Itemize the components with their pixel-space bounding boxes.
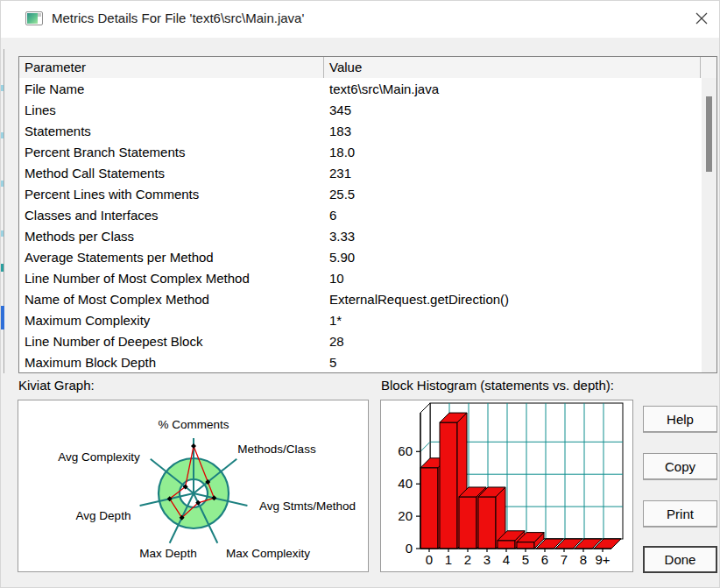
listview-body: File Nametext6\src\Main.javaLines345Stat… xyxy=(19,78,702,372)
y-axis-tick-label: 60 xyxy=(398,443,413,458)
table-row[interactable]: Maximum Complexity1* xyxy=(19,309,702,330)
cell-value: 18.0 xyxy=(324,141,702,162)
cell-parameter: Percent Lines with Comments xyxy=(19,183,324,204)
x-axis-tick-label: 0 xyxy=(426,552,433,567)
table-row[interactable]: Maximum Block Depth5 xyxy=(19,351,702,372)
x-axis-tick-label: 6 xyxy=(541,552,548,567)
cell-parameter: Lines xyxy=(19,99,324,120)
x-axis-tick-label: 9+ xyxy=(595,552,610,567)
kiviat-graph-label: Kiviat Graph: xyxy=(18,378,95,393)
background-window-sliver xyxy=(4,49,4,373)
scrollbar-thumb[interactable] xyxy=(706,96,712,172)
cell-value: text6\src\Main.java xyxy=(324,78,702,99)
listview-header: Parameter Value xyxy=(19,57,716,78)
help-button[interactable]: Help xyxy=(643,406,717,432)
cell-parameter: Method Call Statements xyxy=(19,162,324,183)
table-row[interactable]: Name of Most Complex MethodExternalReque… xyxy=(19,288,702,309)
background-window-sliver xyxy=(1,85,4,91)
close-icon xyxy=(695,11,709,25)
x-axis-tick-label: 5 xyxy=(522,552,529,567)
y-axis-tick-label: 40 xyxy=(398,476,413,491)
table-row[interactable]: Percent Branch Statements18.0 xyxy=(19,141,702,162)
table-row[interactable]: Method Call Statements231 xyxy=(19,162,702,183)
kiviat-graph-panel: % CommentsMethods/ClassAvg Stmts/MethodM… xyxy=(18,400,369,572)
cell-value: 1* xyxy=(324,309,702,330)
cell-value: 5 xyxy=(324,351,702,372)
x-axis-tick-label: 3 xyxy=(484,552,491,567)
table-row[interactable]: Methods per Class3.33 xyxy=(19,225,702,246)
table-row[interactable]: Lines345 xyxy=(19,99,702,120)
cell-parameter: Line Number of Deepest Block xyxy=(19,330,324,351)
background-window-sliver xyxy=(1,264,4,272)
cell-parameter: Average Statements per Method xyxy=(19,246,324,267)
cell-parameter: Statements xyxy=(19,120,324,141)
metrics-listview: Parameter Value File Nametext6\src\Main.… xyxy=(18,56,717,373)
cell-value: 10 xyxy=(324,267,702,288)
background-window-sliver xyxy=(1,306,4,329)
background-window-sliver xyxy=(1,181,4,187)
cell-parameter: Percent Branch Statements xyxy=(19,141,324,162)
table-row[interactable]: Statements183 xyxy=(19,120,702,141)
cell-parameter: Maximum Complexity xyxy=(19,309,324,330)
column-header-parameter[interactable]: Parameter xyxy=(19,57,324,78)
close-button[interactable] xyxy=(690,8,713,31)
x-axis-tick-label: 1 xyxy=(445,552,452,567)
copy-button[interactable]: Copy xyxy=(643,453,717,479)
y-axis-tick-label: 0 xyxy=(406,541,413,556)
radar-axis-label: Avg Depth xyxy=(76,509,131,522)
metrics-table-body: File Nametext6\src\Main.javaLines345Stat… xyxy=(19,78,702,372)
cell-value: 25.5 xyxy=(324,183,702,204)
x-axis-tick-label: 2 xyxy=(464,552,471,567)
table-row[interactable]: File Nametext6\src\Main.java xyxy=(19,78,702,99)
cell-value: 3.33 xyxy=(324,225,702,246)
cell-value: ExternalRequest.getDirection() xyxy=(324,288,702,309)
radar-axis-label: % Comments xyxy=(158,418,229,431)
radar-axis-label: Methods/Class xyxy=(237,443,316,456)
app-icon xyxy=(25,11,43,25)
y-axis-tick-label: 20 xyxy=(398,508,413,523)
done-button[interactable]: Done xyxy=(643,546,717,573)
block-histogram-chart: 02040600123456789+ xyxy=(381,400,632,571)
table-row[interactable]: Line Number of Deepest Block28 xyxy=(19,330,702,351)
column-header-filler xyxy=(701,57,716,78)
block-histogram-label: Block Histogram (statements vs. depth): xyxy=(381,378,614,393)
window-title: Metrics Details For File 'text6\src\Main… xyxy=(52,11,304,25)
cell-value: 28 xyxy=(324,330,702,351)
vertical-scrollbar[interactable] xyxy=(702,78,716,372)
radar-axis-label: Avg Stmts/Method xyxy=(259,499,356,513)
cell-value: 183 xyxy=(324,120,702,141)
table-row[interactable]: Line Number of Most Complex Method10 xyxy=(19,267,702,288)
cell-parameter: Classes and Interfaces xyxy=(19,204,324,225)
column-header-value[interactable]: Value xyxy=(324,57,701,78)
cell-value: 5.90 xyxy=(324,246,702,267)
background-window-sliver xyxy=(1,132,4,138)
title-bar: Metrics Details For File 'text6\src\Main… xyxy=(1,1,719,38)
x-axis-tick-label: 7 xyxy=(561,552,568,567)
cell-parameter: Line Number of Most Complex Method xyxy=(19,267,324,288)
cell-value: 6 xyxy=(324,204,702,225)
kiviat-radar-chart: % CommentsMethods/ClassAvg Stmts/MethodM… xyxy=(18,400,368,571)
radar-axis-label: Max Depth xyxy=(139,547,196,560)
radar-axis-label: Max Complexity xyxy=(226,547,310,560)
background-window-sliver xyxy=(1,230,4,237)
cell-value: 231 xyxy=(324,162,702,183)
cell-value: 345 xyxy=(324,99,702,120)
cell-parameter: File Name xyxy=(19,78,324,99)
metrics-details-dialog: Metrics Details For File 'text6\src\Main… xyxy=(0,0,720,588)
table-row[interactable]: Percent Lines with Comments25.5 xyxy=(19,183,702,204)
cell-parameter: Methods per Class xyxy=(19,225,324,246)
radar-data-marker xyxy=(191,443,196,449)
cell-parameter: Maximum Block Depth xyxy=(19,351,324,372)
print-button[interactable]: Print xyxy=(643,500,717,527)
block-histogram-panel: 02040600123456789+ xyxy=(380,400,633,572)
x-axis-tick-label: 8 xyxy=(580,552,587,567)
x-axis-tick-label: 4 xyxy=(503,552,510,567)
radar-axis-label: Avg Complexity xyxy=(58,450,140,464)
cell-parameter: Name of Most Complex Method xyxy=(19,288,324,309)
table-row[interactable]: Average Statements per Method5.90 xyxy=(19,246,702,267)
metrics-table: File Nametext6\src\Main.javaLines345Stat… xyxy=(19,78,702,372)
table-row[interactable]: Classes and Interfaces6 xyxy=(19,204,702,225)
